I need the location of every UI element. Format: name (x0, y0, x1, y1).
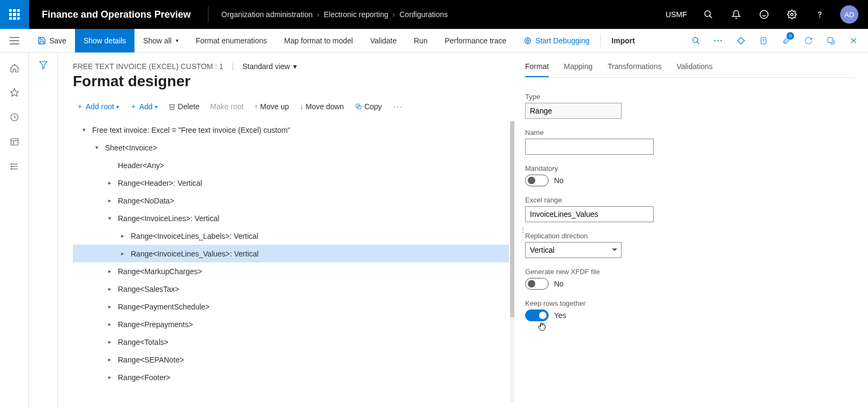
help-icon[interactable] (807, 0, 833, 29)
gear-icon[interactable] (779, 0, 805, 29)
properties-pane: FormatMappingTransformationsValidations … (525, 52, 868, 408)
nav-recent[interactable] (0, 106, 29, 129)
nav-favorites[interactable] (0, 81, 29, 104)
tree-row[interactable]: ▸Range<Prepayments> (73, 315, 509, 333)
tree-node-label: Range<PaymentSchedule> (115, 303, 209, 311)
nav-workspaces[interactable] (0, 131, 29, 153)
view-selector[interactable]: Standard view ▾ (242, 62, 297, 71)
scrollbar-track[interactable] (510, 121, 514, 402)
bell-icon[interactable] (723, 0, 749, 29)
caret-right-icon[interactable]: ▸ (105, 303, 115, 310)
caret-right-icon[interactable]: ▸ (118, 250, 128, 257)
close-icon[interactable] (843, 29, 864, 52)
caret-right-icon[interactable]: ▸ (105, 338, 115, 345)
caret-right-icon[interactable]: ▸ (105, 374, 115, 381)
tree-row[interactable]: ▸Range<Header>: Vertical (73, 174, 509, 192)
attach-icon[interactable]: 0 (776, 29, 796, 52)
breadcrumb-item[interactable]: Electronic reporting (324, 10, 388, 19)
hamburger-button[interactable] (0, 29, 29, 52)
filter-icon[interactable] (39, 60, 48, 408)
caret-down-icon[interactable]: ▾ (79, 126, 89, 133)
tree-row[interactable]: ▸Range<InvoiceLines_Labels>: Vertical (73, 227, 509, 245)
more-icon[interactable]: ··· (390, 100, 408, 113)
svg-point-32 (11, 166, 12, 167)
floppy-icon (38, 36, 46, 45)
tree-node-label: Sheet<Invoice> (102, 143, 157, 152)
keep-rows-toggle[interactable] (525, 309, 549, 321)
tree-row[interactable]: ▸Range<Totals> (73, 333, 509, 351)
tree-row[interactable]: ▾Free text invoice: Excel = "Free text i… (73, 121, 509, 139)
tree-row[interactable]: ▸Range<MarkupCharges> (73, 262, 509, 280)
search-icon[interactable] (695, 0, 721, 29)
delete-button[interactable]: Delete (165, 100, 203, 113)
svg-rect-25 (11, 139, 18, 145)
left-nav (0, 52, 29, 408)
xfdf-toggle[interactable] (525, 278, 549, 290)
tab-mapping[interactable]: Mapping (564, 62, 593, 77)
validate-button[interactable]: Validate (362, 29, 406, 52)
scrollbar-thumb[interactable] (510, 121, 514, 318)
xfdf-label: Generate new XFDF file (525, 268, 855, 276)
add-button[interactable]: ＋Add▾ (126, 100, 161, 114)
caret-down-icon[interactable]: ▾ (92, 144, 102, 151)
save-button[interactable]: Save (29, 29, 75, 52)
caret-right-icon[interactable]: ▸ (105, 356, 115, 363)
tree-row[interactable]: ▾Range<InvoiceLines>: Vertical (73, 209, 509, 227)
performance-trace-button[interactable]: Performance trace (436, 29, 515, 52)
type-field[interactable] (525, 103, 622, 119)
page-icon[interactable] (753, 29, 774, 52)
top-right-controls: USMF AD (659, 0, 868, 29)
map-format-button[interactable]: Map format to model (275, 29, 361, 52)
tree-row[interactable]: ▾Sheet<Invoice> (73, 139, 509, 156)
tab-format[interactable]: Format (525, 62, 549, 77)
tree-row[interactable]: Header<Any> (73, 156, 509, 174)
tree-row[interactable]: ▸Range<SEPANote> (73, 351, 509, 368)
caret-right-icon[interactable]: ▸ (105, 179, 115, 186)
avatar[interactable]: AD (840, 5, 858, 24)
name-field[interactable] (525, 139, 654, 155)
tab-transformations[interactable]: Transformations (608, 62, 662, 77)
diamond-icon[interactable] (731, 29, 751, 52)
copy-button[interactable]: Copy (351, 100, 385, 113)
breadcrumb-item[interactable]: Organization administration (221, 10, 312, 19)
replication-select[interactable] (525, 242, 622, 258)
import-button[interactable]: Import (603, 29, 643, 52)
breadcrumb-item[interactable]: Configurations (399, 10, 447, 19)
run-button[interactable]: Run (405, 29, 436, 52)
caret-right-icon[interactable]: ▸ (105, 321, 115, 328)
tree-row[interactable]: ▸Range<SalesTax> (73, 280, 509, 298)
page-title: Format designer (73, 73, 514, 90)
move-up-button[interactable]: ↑Move up (251, 100, 293, 113)
chevron-down-icon: ▾ (155, 104, 158, 110)
smile-icon[interactable] (751, 0, 777, 29)
format-enumerations-button[interactable]: Format enumerations (187, 29, 275, 52)
nav-home[interactable] (0, 57, 29, 79)
start-debugging-button[interactable]: Start Debugging (515, 29, 598, 52)
caret-down-icon[interactable]: ▾ (105, 215, 115, 222)
more-icon[interactable]: ··· (708, 29, 729, 52)
tree-row[interactable]: ▸Range<Footer> (73, 368, 509, 386)
search-icon[interactable] (686, 29, 706, 52)
caret-right-icon[interactable]: ▸ (105, 285, 115, 292)
tree-row[interactable]: ▸Range<PaymentSchedule> (73, 298, 509, 315)
caret-right-icon[interactable]: ▸ (118, 232, 128, 239)
app-launcher-button[interactable] (0, 0, 29, 29)
show-details-button[interactable]: Show details (75, 29, 134, 52)
tree-row[interactable]: ▸Range<InvoiceLines_Values>: Vertical (73, 245, 509, 262)
move-down-button[interactable]: ↓Move down (296, 100, 347, 113)
add-root-button[interactable]: ＋Add root▾ (73, 100, 122, 114)
nav-modules[interactable] (0, 155, 29, 178)
arrow-up-icon: ↑ (255, 102, 258, 111)
company-label[interactable]: USMF (659, 10, 693, 19)
popout-icon[interactable] (821, 29, 841, 52)
caret-right-icon[interactable]: ▸ (105, 268, 115, 275)
mandatory-toggle[interactable] (525, 175, 549, 186)
excel-range-field[interactable] (525, 206, 654, 222)
tab-validations[interactable]: Validations (677, 62, 713, 77)
divider (600, 34, 601, 47)
refresh-icon[interactable] (798, 29, 819, 52)
tree-row[interactable]: ▸Range<NoData> (73, 192, 509, 209)
splitter-handle[interactable] (521, 52, 525, 408)
caret-right-icon[interactable]: ▸ (105, 197, 115, 204)
show-all-button[interactable]: Show all▾ (134, 29, 187, 52)
